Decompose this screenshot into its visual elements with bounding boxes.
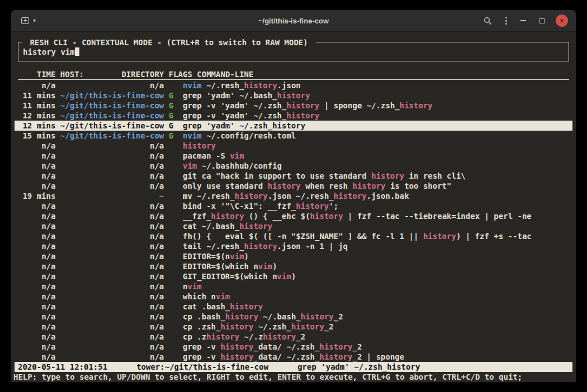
restore-icon [539,18,545,23]
cell-time: n/a [18,352,55,362]
command-text: ) | fzf +s --tac [456,232,532,241]
cell-host-directory: n/a [60,151,164,161]
history-row-selected[interactable]: 12 mins ~/git/this-is-fine-cow G grep 'y… [15,121,572,131]
history-row[interactable]: n/a n/a EDITOR=$(which nvim) [18,261,569,271]
cell-command: grep -v history_data/ ~/.zsh_history_2 [183,342,362,351]
command-text: when resh [301,181,353,190]
cell-host-directory: n/a [60,201,164,211]
command-match-text: history [244,242,277,251]
cell-host-directory: n/a [60,261,164,271]
history-row[interactable]: n/a n/a fh() { eval $( ([ -n "$ZSH_NAME"… [18,231,569,241]
cell-host-directory: n/a [60,141,164,151]
history-row[interactable]: n/a n/a nvim ~/.resh_history.json [18,80,569,90]
history-row[interactable]: n/a n/a git ca "hack in support to use s… [18,171,569,181]
history-row[interactable]: n/a n/a pacman -S vim [18,151,569,161]
history-row[interactable]: n/a n/a which nvim [18,291,569,302]
command-match-text: history [277,91,310,100]
cell-command: __fzf_history () { __ehc $(history | fzf… [183,212,532,221]
cell-time: n/a [18,261,55,271]
command-match-text: vim [277,272,291,281]
cell-command: grep 'yadm' ~/.zsh_history [183,121,305,130]
command-match-text: history [239,222,272,231]
cell-time: 15 mins [18,131,55,141]
cell-host-directory: ~/git/this-is-fine-cow [60,101,164,111]
cell-host-directory: ~/git/this-is-fine-cow [60,121,164,131]
cell-host-directory: n/a [60,291,164,302]
cell-host-directory: n/a [60,342,164,352]
command-text: '; [329,202,338,211]
history-row[interactable]: 12 mins ~/git/this-is-fine-cow G grep -v… [18,111,569,121]
history-row[interactable]: n/a n/a grep -v history_data/ ~/.zsh_his… [18,342,569,352]
cell-command: nvim ~/.config/resh.toml [183,131,296,140]
help-bar: HELP: type to search, UP/DOWN to select,… [13,372,569,382]
cell-command: nvim [183,282,202,291]
command-text: cat ~/.bash_ [183,222,239,231]
history-row[interactable]: 15 mins ~/git/this-is-fine-cow G nvim ~/… [18,131,569,141]
command-match-text: history [286,111,319,120]
kebab-menu-icon [505,17,507,25]
command-text: mv ~/.resh_ [183,192,235,200]
cell-host-directory: n/a [60,281,164,291]
terminal-content: RESH CLI - CONTEXTUAL MODE - (CTRL+R to … [11,32,576,382]
cell-command: vim ~/.bashhub/config [183,161,282,170]
search-query-text: history vim [23,47,75,56]
cell-flags: G [169,131,178,141]
search-button[interactable] [481,15,494,27]
history-row[interactable]: 19 mins ~ mv ~/.resh_history.json ~/.res… [18,191,569,201]
cell-host-directory: n/a [60,302,164,312]
cell-time: n/a [18,291,55,302]
command-text: _2 | sponge [352,352,404,361]
command-text: .json.bak [367,192,409,200]
history-row[interactable]: 11 mins ~/git/this-is-fine-cow G grep 'y… [18,90,569,101]
header-flags-command: FLAGS COMMAND-LINE [169,70,254,79]
history-row[interactable]: n/a n/a GIT_EDITOR=$(which nvim) [18,271,569,281]
history-row[interactable]: n/a n/a only use standard history when r… [18,181,569,191]
cell-host-directory: ~/git/this-is-fine-cow [60,131,164,141]
history-row[interactable]: n/a n/a cp .zsh_history ~/.zsh_history_2 [18,322,569,332]
status-location: tower:~/git/this-is-fine-cow [136,362,268,372]
history-row[interactable]: n/a n/a cp .zhistory ~/.zhistory_2 [18,332,569,342]
close-button[interactable]: ✕ [556,15,568,27]
cell-time: n/a [18,171,55,181]
cell-command: grep -v 'yadm' ~/.zsh_history | sponge ~… [183,101,433,110]
search-input[interactable]: history vim [23,47,564,57]
command-text: ~/.resh_ [202,81,244,90]
command-match-text: history [211,212,244,221]
command-text: _2 [324,322,334,331]
cell-time: n/a [18,201,55,211]
cell-host-directory: n/a [60,211,164,221]
cell-host-directory: n/a [60,322,164,332]
history-row[interactable]: n/a n/a nvim [18,281,569,291]
history-row[interactable]: n/a n/a vim ~/.bashhub/config [18,161,569,171]
command-text: grep -v 'yadm' ~/.zsh_ [183,101,286,110]
cell-command: GIT_EDITOR=$(which nvim) [183,272,296,281]
minimize-button[interactable] [518,18,528,23]
history-row[interactable]: 11 mins ~/git/this-is-fine-cow G grep -v… [18,101,569,111]
cell-host-directory: n/a [60,221,164,231]
cell-time: n/a [18,211,55,221]
history-row[interactable]: n/a n/a EDITOR=$(nvim) [18,251,569,261]
terminal-window: + ▾ ~/git/this-is-fine-cow ✕ [11,10,576,382]
cell-command: grep 'yadm' ~/.bash_history [183,91,310,100]
cell-time: n/a [18,221,55,231]
cell-host-directory: n/a [60,80,164,90]
command-match-text: history [220,342,253,351]
menu-button[interactable] [503,15,509,27]
restore-button[interactable] [537,16,547,26]
history-row[interactable]: n/a n/a grep -v history_data/ ~/.zsh_his… [18,352,569,362]
history-row[interactable]: n/a n/a tail ~/.resh_history.json -n 1 |… [18,241,569,251]
command-text: EDITOR=$(n [183,252,230,261]
history-row[interactable]: n/a n/a cat ~/.bash_history [18,221,569,231]
command-text: cat .bash_ [183,302,230,311]
cell-command: cat ~/.bash_history [183,222,272,231]
history-row[interactable]: n/a n/a cat .bash_history [18,302,569,312]
cell-command: history [183,141,216,150]
history-row[interactable]: n/a n/a bind -x '"\C-x1": __fzf_history'… [18,201,569,211]
command-match-text: history [319,352,352,361]
command-text: grep 'yadm' ~/.zsh_history [183,121,305,130]
new-tab-button[interactable]: + ▾ [19,15,38,26]
history-row[interactable]: n/a n/a history [18,141,569,151]
cell-command: pacman -S vim [183,151,244,160]
history-row[interactable]: n/a n/a __fzf_history () { __ehc $(histo… [18,211,569,221]
history-row[interactable]: n/a n/a cp .bash_history ~/.bash_history… [18,312,569,322]
